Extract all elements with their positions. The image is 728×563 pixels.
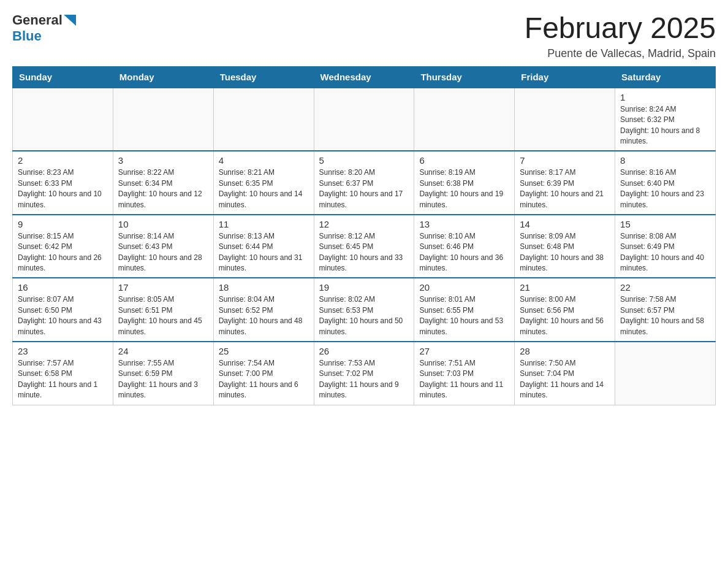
calendar-cell: 18Sunrise: 8:04 AMSunset: 6:52 PMDayligh… — [213, 278, 314, 342]
day-info: Sunrise: 8:15 AMSunset: 6:42 PMDaylight:… — [18, 232, 102, 272]
day-info: Sunrise: 8:24 AMSunset: 6:32 PMDaylight:… — [620, 105, 700, 145]
day-info: Sunrise: 8:23 AMSunset: 6:33 PMDaylight:… — [18, 168, 102, 209]
calendar-cell: 25Sunrise: 7:54 AMSunset: 7:00 PMDayligh… — [213, 342, 314, 405]
day-info: Sunrise: 7:51 AMSunset: 7:03 PMDaylight:… — [419, 359, 503, 399]
calendar-cell: 4Sunrise: 8:21 AMSunset: 6:35 PMDaylight… — [213, 151, 314, 215]
day-info: Sunrise: 8:16 AMSunset: 6:40 PMDaylight:… — [620, 168, 704, 209]
calendar-cell — [13, 88, 113, 151]
day-number: 18 — [219, 282, 309, 293]
day-number: 17 — [118, 282, 208, 293]
day-number: 23 — [18, 346, 108, 356]
day-number: 20 — [419, 282, 509, 293]
page-header: General Blue February 2025 Puente de Val… — [12, 12, 716, 60]
day-of-week-header: Saturday — [615, 66, 716, 88]
calendar-cell: 20Sunrise: 8:01 AMSunset: 6:55 PMDayligh… — [414, 278, 515, 342]
calendar-week-row: 16Sunrise: 8:07 AMSunset: 6:50 PMDayligh… — [13, 278, 716, 342]
day-info: Sunrise: 7:50 AMSunset: 7:04 PMDaylight:… — [520, 359, 604, 399]
calendar-body: 1Sunrise: 8:24 AMSunset: 6:32 PMDaylight… — [13, 88, 716, 405]
calendar-cell: 26Sunrise: 7:53 AMSunset: 7:02 PMDayligh… — [314, 342, 414, 405]
day-info: Sunrise: 8:00 AMSunset: 6:56 PMDaylight:… — [520, 295, 604, 335]
calendar-cell: 22Sunrise: 7:58 AMSunset: 6:57 PMDayligh… — [615, 278, 716, 342]
day-number: 12 — [319, 219, 409, 229]
day-info: Sunrise: 7:55 AMSunset: 6:59 PMDaylight:… — [118, 359, 198, 399]
day-info: Sunrise: 8:13 AMSunset: 6:44 PMDaylight:… — [219, 232, 303, 272]
calendar-cell: 14Sunrise: 8:09 AMSunset: 6:48 PMDayligh… — [515, 215, 615, 278]
day-number: 11 — [219, 219, 309, 229]
calendar-cell — [414, 88, 515, 151]
logo-general-text: General — [12, 12, 63, 28]
day-number: 2 — [18, 155, 108, 166]
logo-blue-text: Blue — [12, 28, 42, 44]
calendar-cell: 5Sunrise: 8:20 AMSunset: 6:37 PMDaylight… — [314, 151, 414, 215]
calendar-week-row: 23Sunrise: 7:57 AMSunset: 6:58 PMDayligh… — [13, 342, 716, 405]
day-number: 3 — [118, 155, 208, 166]
logo-arrow-icon — [64, 15, 76, 26]
calendar-cell: 28Sunrise: 7:50 AMSunset: 7:04 PMDayligh… — [515, 342, 615, 405]
day-info: Sunrise: 8:04 AMSunset: 6:52 PMDaylight:… — [219, 295, 303, 335]
calendar-cell: 19Sunrise: 8:02 AMSunset: 6:53 PMDayligh… — [314, 278, 414, 342]
day-info: Sunrise: 7:58 AMSunset: 6:57 PMDaylight:… — [620, 295, 704, 335]
calendar-cell: 16Sunrise: 8:07 AMSunset: 6:50 PMDayligh… — [13, 278, 113, 342]
day-info: Sunrise: 8:10 AMSunset: 6:46 PMDaylight:… — [419, 232, 503, 272]
day-of-week-header: Wednesday — [314, 66, 414, 88]
day-number: 1 — [620, 92, 710, 102]
calendar-cell: 11Sunrise: 8:13 AMSunset: 6:44 PMDayligh… — [213, 215, 314, 278]
calendar-week-row: 1Sunrise: 8:24 AMSunset: 6:32 PMDaylight… — [13, 88, 716, 151]
day-info: Sunrise: 8:22 AMSunset: 6:34 PMDaylight:… — [118, 168, 202, 209]
calendar-table: SundayMondayTuesdayWednesdayThursdayFrid… — [12, 66, 716, 405]
calendar-cell: 8Sunrise: 8:16 AMSunset: 6:40 PMDaylight… — [615, 151, 716, 215]
day-info: Sunrise: 8:02 AMSunset: 6:53 PMDaylight:… — [319, 295, 403, 335]
day-number: 25 — [219, 346, 309, 356]
day-number: 27 — [419, 346, 509, 356]
day-info: Sunrise: 8:08 AMSunset: 6:49 PMDaylight:… — [620, 232, 704, 272]
calendar-cell: 12Sunrise: 8:12 AMSunset: 6:45 PMDayligh… — [314, 215, 414, 278]
day-info: Sunrise: 8:14 AMSunset: 6:43 PMDaylight:… — [118, 232, 202, 272]
day-number: 15 — [620, 219, 710, 229]
day-info: Sunrise: 8:17 AMSunset: 6:39 PMDaylight:… — [520, 168, 604, 209]
calendar-cell: 2Sunrise: 8:23 AMSunset: 6:33 PMDaylight… — [13, 151, 113, 215]
day-number: 19 — [319, 282, 409, 293]
calendar-cell — [314, 88, 414, 151]
calendar-cell: 7Sunrise: 8:17 AMSunset: 6:39 PMDaylight… — [515, 151, 615, 215]
day-number: 26 — [319, 346, 409, 356]
day-number: 4 — [219, 155, 309, 166]
calendar-cell: 21Sunrise: 8:00 AMSunset: 6:56 PMDayligh… — [515, 278, 615, 342]
calendar-cell: 23Sunrise: 7:57 AMSunset: 6:58 PMDayligh… — [13, 342, 113, 405]
calendar-cell: 1Sunrise: 8:24 AMSunset: 6:32 PMDaylight… — [615, 88, 716, 151]
day-number: 10 — [118, 219, 208, 229]
calendar-cell: 10Sunrise: 8:14 AMSunset: 6:43 PMDayligh… — [113, 215, 213, 278]
day-number: 24 — [118, 346, 208, 356]
calendar-cell: 9Sunrise: 8:15 AMSunset: 6:42 PMDaylight… — [13, 215, 113, 278]
day-of-week-header: Tuesday — [213, 66, 314, 88]
svg-marker-0 — [64, 15, 76, 26]
calendar-cell: 3Sunrise: 8:22 AMSunset: 6:34 PMDaylight… — [113, 151, 213, 215]
calendar-cell: 13Sunrise: 8:10 AMSunset: 6:46 PMDayligh… — [414, 215, 515, 278]
day-info: Sunrise: 7:53 AMSunset: 7:02 PMDaylight:… — [319, 359, 399, 399]
day-number: 13 — [419, 219, 509, 229]
day-number: 7 — [520, 155, 610, 166]
calendar-cell — [213, 88, 314, 151]
calendar-week-row: 2Sunrise: 8:23 AMSunset: 6:33 PMDaylight… — [13, 151, 716, 215]
location-text: Puente de Vallecas, Madrid, Spain — [525, 47, 716, 60]
title-block: February 2025 Puente de Vallecas, Madrid… — [525, 12, 716, 60]
header-row: SundayMondayTuesdayWednesdayThursdayFrid… — [13, 66, 716, 88]
day-info: Sunrise: 8:12 AMSunset: 6:45 PMDaylight:… — [319, 232, 403, 272]
day-number: 8 — [620, 155, 710, 166]
day-of-week-header: Sunday — [13, 66, 113, 88]
calendar-cell: 15Sunrise: 8:08 AMSunset: 6:49 PMDayligh… — [615, 215, 716, 278]
day-number: 22 — [620, 282, 710, 293]
day-number: 28 — [520, 346, 610, 356]
day-number: 6 — [419, 155, 509, 166]
calendar-cell: 27Sunrise: 7:51 AMSunset: 7:03 PMDayligh… — [414, 342, 515, 405]
day-info: Sunrise: 8:05 AMSunset: 6:51 PMDaylight:… — [118, 295, 202, 335]
calendar-week-row: 9Sunrise: 8:15 AMSunset: 6:42 PMDaylight… — [13, 215, 716, 278]
day-of-week-header: Friday — [515, 66, 615, 88]
calendar-cell — [113, 88, 213, 151]
day-info: Sunrise: 8:19 AMSunset: 6:38 PMDaylight:… — [419, 168, 503, 209]
calendar-cell — [515, 88, 615, 151]
day-info: Sunrise: 8:20 AMSunset: 6:37 PMDaylight:… — [319, 168, 403, 209]
day-info: Sunrise: 8:21 AMSunset: 6:35 PMDaylight:… — [219, 168, 303, 209]
day-info: Sunrise: 8:07 AMSunset: 6:50 PMDaylight:… — [18, 295, 102, 335]
day-number: 16 — [18, 282, 108, 293]
day-number: 14 — [520, 219, 610, 229]
